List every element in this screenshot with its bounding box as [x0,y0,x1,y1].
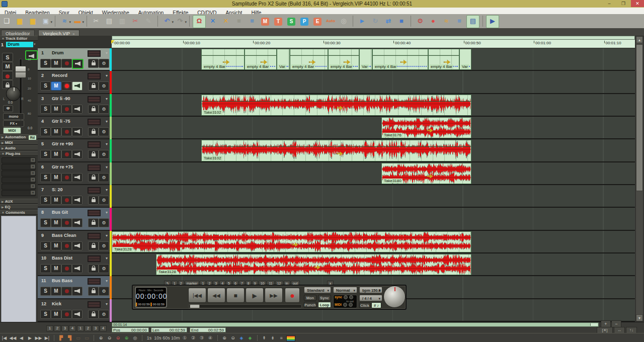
track-lock-button[interactable] [88,59,99,68]
wave-zoom-in-icon[interactable]: ◈ [238,334,246,341]
track-lock-button[interactable] [88,264,99,273]
record-options-icon[interactable]: ⚙ [414,15,426,27]
paste-icon[interactable]: ▥ [116,15,128,27]
record-icon[interactable]: ● [427,15,439,27]
track-menu-icon[interactable]: ▾ [106,73,108,78]
track-header-2[interactable]: 2Record▾SM⚙ [38,71,110,94]
jog-wheel[interactable] [383,286,406,308]
track-settings-icon[interactable]: ⚙ [99,310,109,319]
track-mute-button[interactable]: M [51,196,61,205]
track-settings-icon[interactable]: ⚙ [99,81,109,91]
save-icon[interactable]: ▣▾ [40,15,52,27]
loop-icon[interactable]: ↻ [369,15,381,27]
waveform-scale-up-icon[interactable]: ⇞ [261,334,268,341]
effects-badge-icon[interactable]: E [311,15,324,27]
range-recall-icon[interactable]: ▭ [83,334,91,341]
punch-button[interactable]: Punch [304,302,316,308]
metronome-button[interactable]: # ♪ [371,302,381,308]
undo-icon[interactable]: ↶▾ [161,15,173,27]
track-menu-icon[interactable]: ▾ [106,97,108,101]
solo-badge-icon[interactable]: S [285,15,297,27]
track-menu-icon[interactable]: ▾ [106,119,108,124]
track-header-7[interactable]: 7S: 20▾SM⚙ [38,185,110,208]
loop-range-icon[interactable]: ⇄ [382,15,394,27]
track-solo-button[interactable]: S [40,105,51,114]
draw-mode-icon[interactable]: ▬▾ [71,15,84,27]
section-aux[interactable]: ▶AUX [0,199,38,204]
track-solo-button[interactable]: S [40,150,51,159]
track-menu-icon[interactable]: ▾ [106,256,108,261]
track-record-button[interactable] [61,105,72,114]
cut-icon[interactable]: ✂ [90,15,102,27]
track-header-4[interactable]: 4Gtr li -75▾SM⚙ [38,117,110,139]
track-monitor-button[interactable] [72,241,83,250]
length-field[interactable]: Len00:02:59 [151,327,187,332]
object-mode-icon[interactable]: ≈▾ [58,15,70,27]
clip-take3102[interactable]: Take3102 [201,95,471,116]
editor-record-button[interactable] [2,71,13,80]
track-record-button[interactable] [61,81,72,91]
zoom-range-icon[interactable]: ⊕ [123,334,130,341]
zoom-button-4[interactable]: 4 [100,325,107,331]
range-end-icon[interactable]: ▜ [66,334,73,341]
record-button[interactable]: ● [285,288,300,303]
track-monitor-button[interactable] [72,287,83,296]
track-lane-8[interactable] [112,208,635,231]
track-menu-icon[interactable]: ▾ [106,279,108,283]
track-mute-button[interactable]: M [51,173,61,182]
clip-empty4bar[interactable]: empty 4 Bar [290,49,328,70]
auto-icon[interactable]: Auto [325,15,337,27]
timeline-overview-strip[interactable] [112,36,635,40]
track-solo-button[interactable]: S [40,59,51,68]
zoom-snapshot-3-button[interactable]: ③ [198,334,206,341]
track-lock-button[interactable] [88,173,99,182]
plugin-slot[interactable]: ▾ [2,177,36,183]
track-lane-7[interactable] [112,185,635,208]
track-record-button[interactable] [61,218,72,227]
time-ruler[interactable]: 00:00:0000:00:1000:00:2000:00:3000:00:40… [112,40,635,48]
step-back-icon[interactable]: ◀ [18,334,25,341]
track-mute-button[interactable]: M [51,264,61,273]
zoom-snapshot-4-button[interactable]: ④ [207,334,214,341]
section-audio[interactable]: ▶Audio [0,145,38,150]
track-menu-icon[interactable]: ▾ [106,302,108,306]
range-start-icon[interactable]: ▛ [57,334,65,341]
minimize-button[interactable]: – [603,0,616,7]
track-header-8[interactable]: 8Bus Git▾SM⚙ [38,208,110,231]
track-settings-icon[interactable]: ⚙ [99,287,109,296]
volume-fader-handle[interactable] [15,66,26,78]
track-solo-button[interactable]: S [40,264,51,273]
click-button[interactable]: Click [359,302,370,308]
track-record-button[interactable] [61,173,72,182]
track-menu-icon[interactable]: ▾ [106,165,108,169]
track-header-1[interactable]: 1Drum▾SM⚙ [38,48,110,71]
track-mute-button[interactable]: M [51,310,61,319]
track-monitor-button[interactable] [72,264,83,273]
track-header-10[interactable]: 10Bass Dist▾SM⚙ [38,253,110,276]
editor-mute-button[interactable]: M [2,62,13,71]
transport-position-slider[interactable] [188,304,302,308]
track-lock-button[interactable] [88,150,99,159]
track-lane-1[interactable]: empty 4 Barempty 4 BarVarempty 4 Barempt… [112,48,635,71]
visualizer-icon[interactable]: ▤ [466,15,479,28]
track-mute-button[interactable]: M [51,150,61,159]
editor-monitor-button[interactable] [25,50,38,60]
editor-solo-button[interactable]: S [2,53,13,62]
track-solo-button[interactable]: S [40,127,51,136]
track-lock-button[interactable] [88,127,99,136]
track-monitor-button[interactable] [72,173,83,182]
track-monitor-button[interactable] [72,127,83,136]
rewind-button[interactable]: ◀◀ [207,288,225,303]
zoom-all-icon[interactable]: ◎ [131,334,139,341]
zoom-in-button[interactable]: + [601,320,611,327]
clip-empty4bar[interactable]: empty 4 Bar [245,49,277,70]
fx-button[interactable]: FX ▾ [3,120,24,127]
step-forward-icon[interactable]: ▶ [26,334,34,341]
track-lock-button[interactable] [88,310,99,319]
track-settings-icon[interactable]: ⚙ [99,59,109,68]
clip-var[interactable]: Var [277,49,290,70]
slider-thumb[interactable] [190,304,200,308]
cd-icon[interactable]: ◎ [338,15,350,27]
track-record-button[interactable] [61,287,72,296]
position-field[interactable]: Pos00:00:00 [112,327,149,332]
